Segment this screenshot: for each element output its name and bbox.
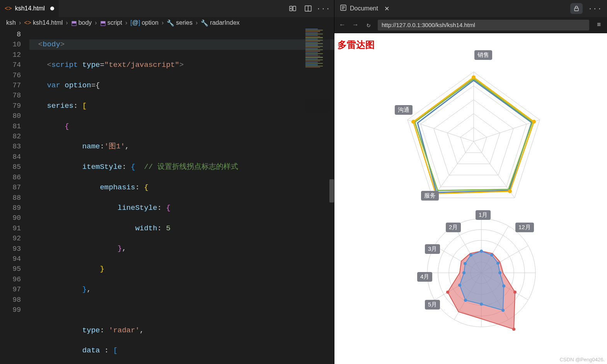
breadcrumb-item[interactable]: script	[107, 19, 122, 26]
svg-point-49	[498, 271, 501, 274]
breadcrumb-item[interactable]: option	[142, 19, 159, 26]
more-actions-icon[interactable]: ···	[319, 4, 328, 13]
code-content[interactable]: <body> <script type="text/javascript"> v…	[29, 29, 334, 364]
chevron-right-icon: ›	[196, 19, 198, 26]
tab-label: Document	[350, 5, 378, 12]
svg-point-58	[513, 291, 517, 294]
editor-pane: <> ksh14.html ··· ksh › <> ksh14.html › …	[0, 0, 334, 364]
svg-point-56	[464, 262, 467, 265]
axis-label: 2月	[446, 223, 461, 232]
svg-point-53	[464, 299, 467, 302]
symbol-icon: ⬒	[100, 19, 106, 27]
svg-rect-1	[293, 6, 296, 11]
code-editor[interactable]: 8 101274 7677 787980 818283 848586 87888…	[0, 29, 334, 364]
close-icon[interactable]: ✕	[384, 5, 389, 12]
axis-label: 4月	[417, 272, 432, 282]
axis-label: 销售	[474, 50, 492, 60]
svg-point-54	[458, 284, 461, 287]
breadcrumb-item[interactable]: body	[78, 19, 92, 26]
chevron-right-icon: ›	[95, 19, 97, 26]
svg-point-48	[496, 262, 500, 265]
breadcrumb-item[interactable]: ksh14.html	[33, 19, 63, 26]
symbol-icon: [@]	[130, 19, 140, 26]
radar-chart-1	[389, 56, 559, 226]
reload-button[interactable]: ↻	[365, 21, 372, 29]
axis-label: 3月	[425, 244, 440, 254]
svg-point-24	[508, 189, 512, 193]
svg-point-52	[480, 303, 483, 306]
tab-document[interactable]: Document ✕	[334, 0, 395, 17]
split-editor-icon[interactable]	[304, 4, 312, 13]
lock-button[interactable]	[570, 3, 583, 14]
svg-line-17	[433, 141, 474, 198]
code-file-icon: <>	[5, 5, 12, 12]
tab-filename: ksh14.html	[15, 5, 45, 12]
watermark: CSDN @Peng0426.	[559, 357, 605, 362]
chevron-right-icon: ›	[19, 19, 21, 26]
chevron-right-icon: ›	[162, 19, 164, 26]
svg-point-22	[472, 75, 476, 79]
back-button[interactable]: ←	[338, 21, 346, 29]
breadcrumb-item[interactable]: radarIndex	[210, 19, 240, 26]
breadcrumb-item[interactable]: ksh	[6, 19, 16, 26]
svg-marker-19	[418, 80, 532, 192]
compare-changes-icon[interactable]	[288, 4, 297, 13]
preview-tab-bar: Document ✕ ···	[334, 0, 607, 17]
svg-point-50	[502, 284, 505, 287]
breadcrumb-item[interactable]: series	[176, 19, 193, 26]
svg-point-23	[532, 120, 536, 124]
wrench-icon: 🔧	[167, 19, 174, 27]
svg-point-60	[446, 291, 449, 294]
code-file-icon: <>	[24, 19, 31, 26]
url-bar: ← → ↻ ≡	[334, 17, 607, 33]
svg-point-59	[512, 328, 515, 331]
page-title: 多雷达图	[338, 39, 375, 51]
axis-label: 服务	[421, 191, 439, 201]
editor-tab-bar: <> ksh14.html ···	[0, 0, 334, 17]
scrollbar-thumb[interactable]	[329, 179, 334, 202]
dirty-indicator	[50, 7, 54, 10]
url-input[interactable]	[378, 20, 589, 31]
wrench-icon: 🔧	[201, 19, 208, 27]
symbol-icon: ⬒	[71, 19, 77, 27]
svg-point-55	[462, 271, 465, 274]
tab-actions: ···	[288, 4, 334, 13]
preview-pane: Document ✕ ··· ← → ↻ ≡ 多雷达图	[334, 0, 607, 364]
menu-icon[interactable]: ≡	[595, 21, 603, 29]
axis-label: 1月	[476, 210, 491, 220]
svg-point-47	[490, 253, 493, 257]
svg-point-51	[501, 309, 505, 312]
axis-label: 12月	[515, 223, 534, 232]
chevron-right-icon: ›	[125, 19, 127, 26]
axis-label: 沟通	[395, 105, 413, 115]
line-number-gutter: 8 101274 7677 787980 818283 848586 87888…	[0, 29, 29, 364]
svg-point-57	[469, 253, 472, 257]
svg-point-46	[480, 250, 483, 253]
tab-ksh14[interactable]: <> ksh14.html	[0, 0, 59, 17]
svg-point-26	[411, 120, 415, 124]
forward-button[interactable]: →	[351, 21, 359, 29]
svg-rect-8	[575, 8, 578, 11]
chevron-right-icon: ›	[66, 19, 68, 26]
minimap[interactable]	[305, 29, 330, 114]
preview-content: 多雷达图 销售 沟通	[334, 33, 607, 364]
preview-icon	[340, 4, 347, 13]
axis-label: 5月	[425, 300, 440, 310]
more-actions-icon[interactable]: ···	[588, 5, 602, 12]
radar-chart-2	[392, 211, 563, 358]
breadcrumb[interactable]: ksh › <> ksh14.html › ⬒ body › ⬒ script …	[0, 17, 334, 29]
